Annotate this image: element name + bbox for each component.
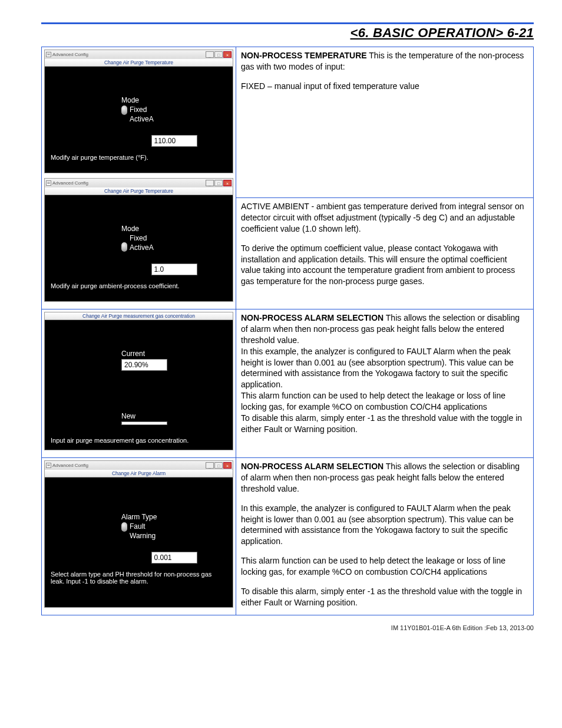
- desc-text: ACTIVE AMBIENT - ambient gas temperature…: [241, 201, 528, 235]
- option-fixed[interactable]: Fixed: [130, 106, 154, 114]
- mode-label: Mode: [121, 96, 227, 104]
- current-value: 20.90%: [121, 359, 167, 371]
- toggle-knob-icon[interactable]: [121, 522, 127, 532]
- window-titlebar: ⊞Advanced Config _ □ ×: [45, 179, 233, 187]
- minimize-button[interactable]: _: [206, 51, 214, 58]
- maximize-button[interactable]: □: [214, 51, 223, 58]
- close-button[interactable]: ×: [223, 51, 232, 58]
- new-value-input[interactable]: [121, 421, 167, 425]
- desc-text: To disable this alarm, simply enter -1 a…: [241, 413, 522, 434]
- minimize-button[interactable]: _: [206, 462, 214, 469]
- close-button[interactable]: ×: [223, 462, 232, 469]
- current-label: Current: [121, 350, 227, 358]
- screenshot-air-purge-alarm: ⊞Advanced Config _ □ × Change Air Purge …: [44, 460, 233, 608]
- header-rule: [41, 22, 534, 24]
- alarm-type-label: Alarm Type: [121, 513, 227, 521]
- maximize-button[interactable]: □: [214, 180, 223, 186]
- desc-text: In this example, the analyzer is configu…: [241, 347, 514, 390]
- close-button[interactable]: ×: [223, 180, 232, 186]
- desc-text: In this example, the analyzer is configu…: [241, 503, 528, 548]
- window-title: Advanced Config: [52, 463, 88, 468]
- option-fixed[interactable]: Fixed: [130, 234, 154, 242]
- desc-text: To derive the optimum coefficient value,…: [241, 243, 528, 288]
- window-subtitle: Change Air Purge measurement gas concent…: [45, 312, 233, 320]
- caption-text: Input air purge measurement gas concentr…: [51, 437, 227, 444]
- mode-label: Mode: [121, 225, 227, 233]
- section-heading: NON-PROCESS ALARM SELECTION: [241, 462, 384, 471]
- option-activea[interactable]: ActiveA: [130, 115, 154, 123]
- option-warning[interactable]: Warning: [130, 532, 156, 540]
- maximize-button[interactable]: □: [214, 462, 223, 469]
- desc-text: This alarm function can be used to help …: [241, 391, 505, 411]
- window-subtitle: Change Air Purge Temperature: [45, 187, 233, 195]
- toggle-knob-icon[interactable]: [121, 242, 127, 252]
- desc-text: To disable this alarm, simply enter -1 a…: [241, 586, 528, 608]
- screenshot-air-purge-temp-fixed: ⊞Advanced Config _ □ × Change Air Purge …: [44, 50, 233, 173]
- app-icon: ⊞: [46, 180, 51, 186]
- content-table: ⊞Advanced Config _ □ × Change Air Purge …: [41, 47, 534, 615]
- app-icon: ⊞: [46, 52, 51, 57]
- app-icon: ⊞: [46, 463, 51, 468]
- toggle-knob-icon[interactable]: [121, 106, 127, 115]
- caption-text: Modify air purge ambient-process coeffic…: [51, 282, 227, 289]
- coefficient-input[interactable]: 1.0: [151, 263, 197, 275]
- screenshot-air-purge-temp-active: ⊞Advanced Config _ □ × Change Air Purge …: [44, 178, 233, 302]
- section-heading: NON-PROCESS TEMPERATURE: [241, 51, 367, 60]
- threshold-input[interactable]: 0.001: [151, 552, 197, 564]
- window-titlebar: ⊞Advanced Config _ □ ×: [45, 461, 233, 470]
- window-title: Advanced Config: [52, 52, 88, 57]
- window-title: Advanced Config: [52, 180, 88, 186]
- window-subtitle: Change Air Purge Alarm: [45, 470, 233, 477]
- option-fault[interactable]: Fault: [130, 522, 156, 531]
- window-subtitle: Change Air Purge Temperature: [45, 59, 233, 67]
- page-footer: IM 11Y01B01-01E-A 6th Edition :Feb 13, 2…: [41, 624, 534, 631]
- caption-text: Modify air purge temperature (°F).: [51, 154, 227, 161]
- desc-text: This alarm function can be used to help …: [241, 555, 528, 578]
- desc-text: FIXED – manual input of fixed temperatur…: [241, 81, 528, 92]
- minimize-button[interactable]: _: [206, 180, 214, 186]
- temperature-input[interactable]: 110.00: [151, 135, 197, 147]
- window-titlebar: ⊞Advanced Config _ □ ×: [45, 50, 233, 59]
- new-label: New: [121, 412, 227, 420]
- caption-text: Select alarm type and PH threshold for n…: [51, 571, 227, 585]
- option-activea[interactable]: ActiveA: [130, 243, 154, 252]
- section-heading: NON-PROCESS ALARM SELECTION: [241, 313, 384, 322]
- page-header: <6. BASIC OPERATION> 6-21: [41, 25, 534, 41]
- screenshot-gas-concentration: Change Air Purge measurement gas concent…: [44, 312, 233, 450]
